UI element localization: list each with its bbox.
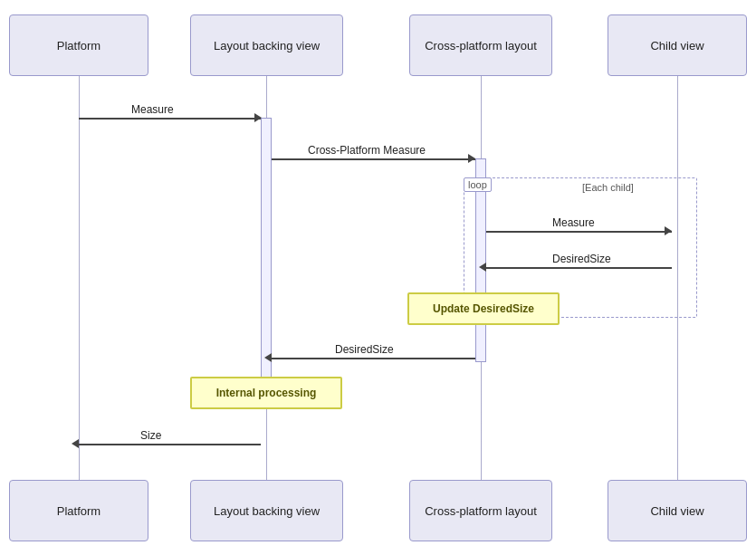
lifeline-platform-bottom: Platform xyxy=(9,480,148,541)
arrow-desired-return xyxy=(486,267,672,269)
arrow-size xyxy=(79,444,261,445)
arrow-measure-1 xyxy=(79,118,261,120)
note-internal: Internal processing xyxy=(190,377,342,409)
arrow-desired-layout xyxy=(272,358,475,359)
arrowhead-desired-return xyxy=(479,263,486,272)
arrowhead-desired-layout xyxy=(264,353,272,362)
lifeline-child-top: Child view xyxy=(608,14,747,76)
loop-condition: [Each child] xyxy=(582,182,634,193)
lifeline-line-platform xyxy=(79,76,80,480)
arrow-cross-measure xyxy=(272,158,475,160)
lifeline-cross-platform-top: Cross-platform layout xyxy=(409,14,552,76)
lifeline-child-bottom: Child view xyxy=(608,480,747,541)
label-desired-layout: DesiredSize xyxy=(335,343,394,356)
lifeline-layout-bottom: Layout backing view xyxy=(190,480,343,541)
label-desired-return: DesiredSize xyxy=(552,253,611,265)
arrowhead-measure-1 xyxy=(254,113,262,122)
label-cross-measure: Cross-Platform Measure xyxy=(308,144,426,157)
label-measure-1: Measure xyxy=(131,103,174,116)
lifeline-platform-top: Platform xyxy=(9,14,148,76)
arrow-measure-child xyxy=(486,231,672,233)
label-measure-child: Measure xyxy=(552,216,595,229)
arrowhead-cross-measure xyxy=(468,154,475,163)
lifeline-cross-platform-bottom: Cross-platform layout xyxy=(409,480,552,541)
lifeline-layout-top: Layout backing view xyxy=(190,14,343,76)
arrowhead-measure-child xyxy=(665,226,672,235)
note-update-desired: Update DesiredSize xyxy=(407,292,560,325)
label-size: Size xyxy=(140,429,161,442)
loop-label: loop xyxy=(464,177,492,192)
diagram-container: Platform Layout backing view Cross-platf… xyxy=(0,0,756,555)
arrowhead-size xyxy=(72,439,79,448)
